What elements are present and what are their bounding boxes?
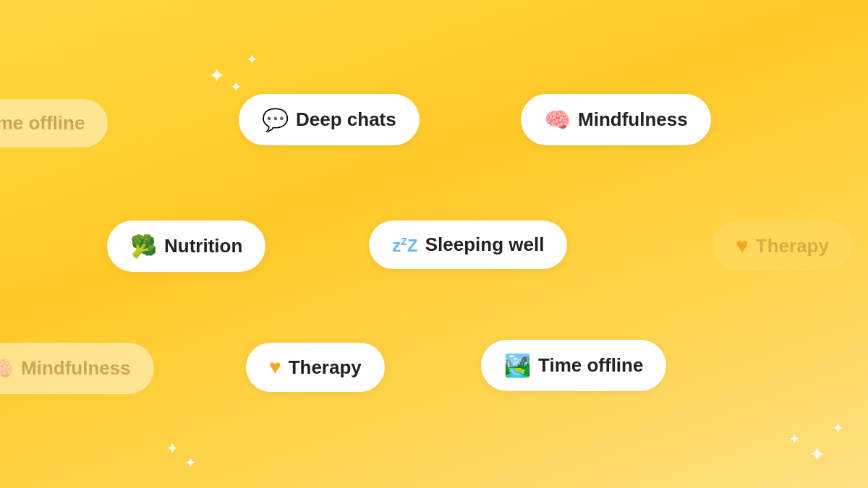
mindfulness-bottom-icon: 🧠 <box>0 356 14 381</box>
chip-mindfulness-top[interactable]: 🧠 Mindfulness <box>521 94 711 145</box>
sparkle-6: ✦ <box>832 419 844 437</box>
deep-chats-icon: 💬 <box>262 107 289 132</box>
chip-time-offline-bottom[interactable]: 🏞️ Time offline <box>481 340 666 391</box>
chip-label: Time offline <box>0 112 85 134</box>
chip-therapy-bottom[interactable]: ♥ Therapy <box>246 343 385 392</box>
sparkle-7: ✦ <box>166 440 179 457</box>
chip-therapy-right[interactable]: ♥ Therapy <box>712 221 852 271</box>
mindfulness-icon: 🧠 <box>544 107 571 132</box>
chip-label: Therapy <box>756 235 829 257</box>
sparkle-2: ✦ <box>246 51 258 68</box>
therapy-heart-icon: ♥ <box>736 234 749 258</box>
therapy-bottom-icon: ♥ <box>269 356 281 379</box>
chip-label: Mindfulness <box>578 108 688 131</box>
chip-label: Nutrition <box>164 235 242 257</box>
sparkle-1: ✦ <box>208 64 225 87</box>
time-offline-icon: 🏞️ <box>504 353 531 378</box>
chip-label: Deep chats <box>296 108 396 131</box>
chip-nutrition[interactable]: 🥦 Nutrition <box>107 221 265 272</box>
chip-time-offline-top[interactable]: Time offline <box>0 99 108 147</box>
chip-mindfulness-bottom[interactable]: 🧠 Mindfulness <box>0 343 154 394</box>
chip-sleeping-well[interactable]: zzZ Sleeping well <box>369 221 567 269</box>
sparkle-5: ✦ <box>809 442 825 466</box>
sparkle-3: ✦ <box>230 78 242 95</box>
sleeping-icon: zzZ <box>392 234 418 256</box>
chip-label: Sleeping well <box>425 234 545 256</box>
sparkle-4: ✦ <box>788 430 801 448</box>
chip-label: Therapy <box>289 356 362 379</box>
sparkle-8: ✦ <box>184 454 197 471</box>
chip-label: Time offline <box>538 354 643 377</box>
nutrition-icon: 🥦 <box>130 234 157 259</box>
chip-deep-chats[interactable]: 💬 Deep chats <box>239 94 420 145</box>
chip-label: Mindfulness <box>21 357 131 380</box>
